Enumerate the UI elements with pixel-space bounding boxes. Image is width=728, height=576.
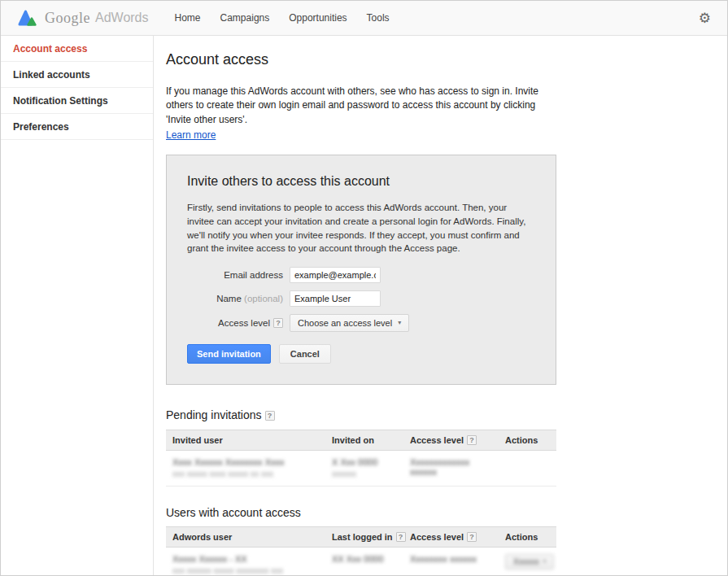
pending-invitations-section: Pending invitations? Invited user Invite…: [166, 408, 727, 487]
redacted-text: Xxxxx Xxxxxx - XX: [172, 554, 322, 564]
redacted-text: X Xxx 0000: [332, 457, 400, 467]
sidebar-item-notification-settings[interactable]: Notification Settings: [1, 88, 153, 114]
chevron-down-icon: ▾: [543, 558, 547, 565]
sidebar-item-linked-accounts[interactable]: Linked accounts: [1, 62, 153, 88]
invite-panel-title: Invite others to access this account: [187, 174, 535, 189]
col-last-logged-in: Last logged in?: [325, 527, 403, 547]
cancel-button[interactable]: Cancel: [279, 344, 331, 364]
invite-panel: Invite others to access this account Fir…: [166, 155, 556, 385]
pending-invitations-help-icon[interactable]: ?: [265, 411, 275, 421]
table-header-row: Adwords user Last logged in? Access leve…: [166, 526, 556, 548]
top-nav: Home Campaigns Opportunities Tools: [175, 12, 409, 24]
col-actions: Actions: [499, 430, 556, 450]
invite-panel-description: Firstly, send invitations to people to a…: [187, 201, 535, 255]
topbar: Google AdWords Home Campaigns Opportunit…: [1, 1, 727, 36]
actions-cell: Xxxxxx▾: [499, 548, 556, 576]
access-level-col-help-icon[interactable]: ?: [467, 532, 477, 542]
col-adwords-user: Adwords user: [166, 527, 325, 547]
pending-invitations-table: Invited user Invited on Access level? Ac…: [166, 430, 556, 487]
table-row: Xxxx Xxxxxx Xxxxxxxx Xxxx xxx xxxxx xxxx…: [166, 451, 556, 487]
email-field[interactable]: [290, 267, 381, 283]
brand-google: Google: [45, 10, 90, 27]
access-level-cell: Xxxxxxxxxxxxx xxxxxx: [403, 451, 499, 486]
nav-campaigns[interactable]: Campaigns: [220, 12, 270, 24]
adwords-logo-icon: [17, 8, 38, 28]
users-with-access-heading: Users with account access: [166, 506, 727, 519]
last-logged-in-cell: XX Xxx 0000: [325, 548, 403, 576]
access-level-dropdown[interactable]: Choose an access level▾: [290, 314, 409, 332]
redacted-text: xxx xxxxxx xxxxx xxxxxxxx xxx: [172, 566, 322, 575]
sidebar-item-preferences[interactable]: Preferences: [1, 114, 153, 140]
access-level-label: Access level?: [187, 318, 283, 328]
invited-user-cell: Xxxx Xxxxxx Xxxxxxxx Xxxx xxx xxxxx xxxx…: [166, 451, 325, 486]
name-field[interactable]: [290, 290, 381, 307]
row-actions-dropdown[interactable]: Xxxxxx▾: [505, 554, 554, 569]
send-invitation-button[interactable]: Send invitation: [187, 344, 271, 364]
name-optional-hint: (optional): [244, 294, 283, 303]
access-level-help-icon[interactable]: ?: [273, 318, 283, 328]
name-label: Name (optional): [187, 294, 283, 303]
settings-sidebar: Account access Linked accounts Notificat…: [1, 36, 154, 576]
access-level-cell: Xxxxxxxx xxxxxx: [403, 548, 499, 576]
redacted-text: Xxxxxxxxxxxxx xxxxxx: [410, 457, 495, 477]
table-row: Xxxxx Xxxxxx - XX xxx xxxxxx xxxxx xxxxx…: [166, 548, 556, 576]
redacted-text: XX Xxx 0000: [332, 554, 400, 564]
redacted-text: Xxxxxxxx xxxxxx: [410, 554, 495, 564]
users-with-access-section: Users with account access Adwords user L…: [166, 506, 727, 576]
email-label: Email address: [187, 270, 283, 280]
col-access-level: Access level?: [403, 527, 499, 547]
learn-more-link[interactable]: Learn more: [166, 129, 216, 141]
nav-home[interactable]: Home: [175, 12, 201, 24]
table-header-row: Invited user Invited on Access level? Ac…: [166, 430, 556, 451]
pending-invitations-heading: Pending invitations?: [166, 408, 727, 422]
redacted-text: xxx xxxxx xxxx xxxxx xx xxx: [172, 469, 322, 478]
redacted-text: xxxxxx: [332, 469, 400, 478]
actions-cell: [499, 451, 556, 486]
redacted-text: Xxxx Xxxxxx Xxxxxxxx Xxxx: [172, 457, 322, 467]
col-invited-on: Invited on: [325, 430, 403, 450]
brand-product: AdWords: [95, 11, 149, 25]
col-actions: Actions: [499, 527, 556, 547]
main-content: Account access If you manage this AdWord…: [154, 36, 727, 576]
nav-opportunities[interactable]: Opportunities: [289, 12, 347, 24]
col-invited-user: Invited user: [166, 430, 325, 450]
chevron-down-icon: ▾: [398, 319, 401, 326]
page: Google AdWords Home Campaigns Opportunit…: [0, 0, 728, 576]
access-level-col-help-icon[interactable]: ?: [467, 435, 477, 445]
invited-on-cell: X Xxx 0000 xxxxxx: [325, 451, 403, 486]
intro-text: If you manage this AdWords account with …: [166, 85, 562, 127]
sidebar-item-account-access[interactable]: Account access: [1, 36, 153, 62]
nav-tools[interactable]: Tools: [367, 12, 390, 24]
adwords-logo[interactable]: Google AdWords: [17, 8, 149, 28]
adwords-user-cell: Xxxxx Xxxxxx - XX xxx xxxxxx xxxxx xxxxx…: [166, 548, 325, 576]
col-access-level: Access level?: [403, 430, 499, 450]
users-table: Adwords user Last logged in? Access leve…: [166, 526, 556, 576]
invite-form: Email address Name (optional) Access lev…: [187, 267, 535, 364]
gear-icon[interactable]: ⚙: [699, 11, 711, 25]
page-title: Account access: [166, 51, 727, 68]
